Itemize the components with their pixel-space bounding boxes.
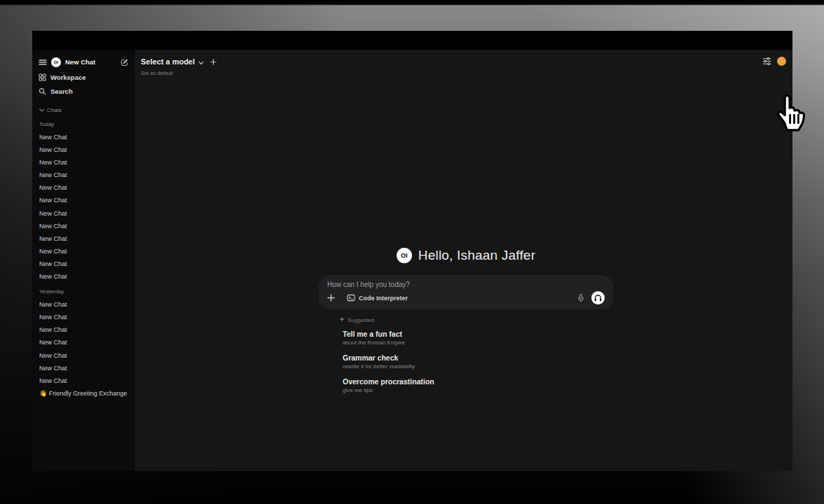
greeting-row: OI Hello, Ishaan Jaffer <box>319 248 613 263</box>
chat-list-item[interactable]: New Chat <box>32 131 135 144</box>
welcome-panel: OI Hello, Ishaan Jaffer How can I help y… <box>319 248 613 401</box>
chat-list-item[interactable]: New Chat <box>32 311 135 323</box>
suggestion-item[interactable]: Tell me a fun fact about the Roman Empir… <box>343 330 613 346</box>
app-logo: OI <box>51 57 61 67</box>
chat-list-item[interactable]: New Chat <box>32 362 135 374</box>
chat-list-item[interactable]: New Chat <box>32 349 135 362</box>
chat-list-item[interactable]: New Chat <box>32 323 135 336</box>
chat-list-item[interactable]: New Chat <box>32 232 135 245</box>
add-model-icon[interactable] <box>210 59 217 65</box>
chat-group-label: Today <box>32 120 135 130</box>
chat-list-item[interactable]: New Chat <box>32 207 135 220</box>
chat-list-item[interactable]: New Chat <box>32 220 135 232</box>
controls-sliders-icon[interactable] <box>762 57 771 66</box>
chat-list-item[interactable]: New Chat <box>32 181 135 194</box>
code-interpreter-label: Code Interpreter <box>359 295 408 302</box>
suggestions-list: Tell me a fun fact about the Roman Empir… <box>319 330 613 393</box>
suggestion-item[interactable]: Overcome procrastination give me tips <box>343 377 613 393</box>
sparkle-icon <box>339 316 345 323</box>
desktop-wallpaper: OI New Chat Workspace Searc <box>0 0 824 504</box>
chat-list: New Chat New Chat New Chat New Chat New … <box>32 131 135 283</box>
suggestion-subtitle: rewrite it for better readability <box>343 363 613 370</box>
chat-list-item[interactable]: New Chat <box>32 270 135 283</box>
user-avatar[interactable] <box>777 57 786 66</box>
sidebar-app-title: New Chat <box>65 58 116 66</box>
composer-controls: Code Interpreter <box>327 291 605 304</box>
suggestion-subtitle: about the Roman Empire <box>343 340 613 346</box>
main-header: Select a model Set as default <box>135 50 792 76</box>
chat-list-item[interactable]: New Chat <box>32 169 135 181</box>
model-selector-label: Select a model <box>141 57 195 66</box>
code-interpreter-icon <box>347 292 355 304</box>
model-selector[interactable]: Select a model <box>141 55 762 68</box>
chat-list-item[interactable]: New Chat <box>32 336 135 349</box>
suggested-header: Suggested <box>339 316 613 323</box>
sidebar-item-search[interactable]: Search <box>32 85 135 98</box>
microphone-icon[interactable] <box>577 293 585 303</box>
chat-list-item[interactable]: New Chat <box>32 258 135 270</box>
main-area: Select a model Set as default <box>135 50 792 471</box>
suggestion-title: Overcome procrastination <box>343 377 613 386</box>
app-window: OI New Chat Workspace Searc <box>32 31 792 471</box>
chat-list-item[interactable]: 👋 Friendly Greeting Exchange <box>32 387 135 400</box>
window-titlebar <box>32 31 792 50</box>
sidebar-item-label: Workspace <box>50 74 86 81</box>
message-composer: How can I help you today? Code Interpret… <box>319 275 613 309</box>
suggestion-item[interactable]: Grammar check rewrite it for better read… <box>343 354 613 370</box>
chats-section-label: Chats <box>47 107 62 113</box>
app-logo: OI <box>397 248 412 263</box>
chat-list-item[interactable]: New Chat <box>32 194 135 206</box>
greeting-text: Hello, Ishaan Jaffer <box>418 248 535 263</box>
chat-list-item[interactable]: New Chat <box>32 374 135 387</box>
workspace-grid-icon <box>39 71 46 84</box>
chat-list-item[interactable]: New Chat <box>32 298 135 311</box>
sidebar-toggle-icon[interactable] <box>39 58 47 66</box>
chat-list-item[interactable]: New Chat <box>32 245 135 258</box>
search-icon <box>39 85 46 98</box>
suggestion-title: Grammar check <box>343 354 613 362</box>
chat-list: New Chat New Chat New Chat New Chat New … <box>32 298 135 400</box>
chat-group-label: Yesterday <box>32 287 135 297</box>
set-default-button[interactable]: Set as default <box>141 70 762 76</box>
attach-plus-icon[interactable] <box>327 294 335 302</box>
new-chat-icon[interactable] <box>120 58 128 66</box>
sidebar: OI New Chat Workspace Searc <box>32 50 135 471</box>
chat-group-yesterday: Yesterday New Chat New Chat New Chat New… <box>32 287 135 400</box>
voice-call-button[interactable] <box>591 291 605 304</box>
chats-section-toggle[interactable]: Chats <box>32 105 135 115</box>
chat-group-today: Today New Chat New Chat New Chat New Cha… <box>32 120 135 283</box>
sidebar-header: OI New Chat <box>32 55 135 69</box>
code-interpreter-toggle[interactable]: Code Interpreter <box>347 292 408 304</box>
sidebar-item-label: Search <box>50 88 73 95</box>
suggestion-title: Tell me a fun fact <box>343 330 613 338</box>
chat-list-item[interactable]: New Chat <box>32 144 135 156</box>
message-input[interactable]: How can I help you today? <box>327 281 605 288</box>
suggestion-subtitle: give me tips <box>343 387 613 393</box>
chevron-down-icon <box>198 55 204 68</box>
suggested-label: Suggested <box>348 317 374 323</box>
chat-list-item[interactable]: New Chat <box>32 156 135 169</box>
chevron-down-icon <box>39 107 44 113</box>
sidebar-item-workspace[interactable]: Workspace <box>32 70 135 85</box>
